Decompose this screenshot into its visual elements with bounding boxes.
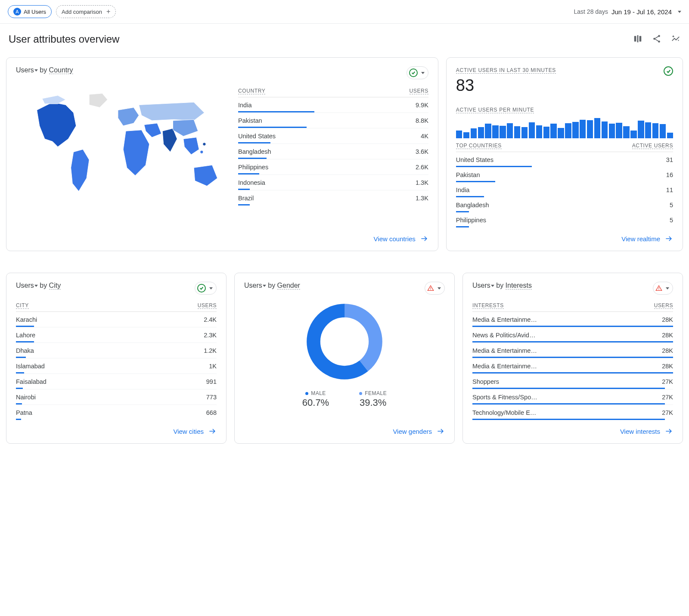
arrow-right-icon: [420, 234, 428, 243]
view-cities-link[interactable]: View cities: [16, 420, 217, 436]
world-map[interactable]: [16, 88, 225, 205]
rt-header: ACTIVE USERS IN LAST 30 MINUTES 83: [456, 66, 556, 95]
row-value: 8.8K: [416, 117, 428, 124]
row-1: Users by Country: [6, 57, 683, 251]
view-realtime-link[interactable]: View realtime: [456, 227, 673, 243]
table-row[interactable]: India11: [456, 182, 673, 197]
card-title[interactable]: Users by Country: [16, 66, 73, 74]
gender-donut-chart: [304, 301, 385, 383]
rt-label-30min: ACTIVE USERS IN LAST 30 MINUTES: [456, 67, 556, 74]
quality-status-pill[interactable]: [407, 66, 428, 79]
customize-icon[interactable]: [633, 34, 642, 45]
rt-label-per-minute: ACTIVE USERS PER MINUTE: [456, 107, 534, 113]
table-row[interactable]: Brazil1.3K: [238, 190, 428, 205]
table-row[interactable]: United States31: [456, 152, 673, 167]
minute-bar: [652, 123, 658, 138]
segment-badge: A: [13, 8, 21, 16]
quality-status-pill[interactable]: [195, 282, 217, 295]
row-bar: [472, 357, 673, 358]
row-bar: [238, 204, 250, 205]
warning-icon: [655, 285, 662, 292]
table-row[interactable]: Shoppers27K: [472, 374, 673, 389]
table-row[interactable]: Lahore2.3K: [16, 327, 217, 343]
table-row[interactable]: Philippines5: [456, 212, 673, 227]
row-bar: [472, 326, 673, 327]
table-row[interactable]: Indonesia1.3K: [238, 175, 428, 190]
minute-bar: [529, 122, 535, 138]
table-row[interactable]: Media & Entertainme…28K: [472, 343, 673, 358]
quality-warning-pill[interactable]: [653, 282, 673, 295]
minute-bar: [463, 132, 469, 138]
table-row[interactable]: Philippines2.6K: [238, 159, 428, 175]
table-row[interactable]: Bangladesh3.6K: [238, 144, 428, 159]
chevron-down-icon: [666, 287, 669, 289]
caret-down-icon: [491, 285, 494, 287]
row-value: 3.6K: [416, 148, 428, 155]
row-value: 5: [670, 202, 673, 208]
table-row[interactable]: Sports & Fitness/Spo…27K: [472, 389, 673, 405]
row-bar: [472, 388, 665, 389]
table-row[interactable]: Dhaka1.2K: [16, 343, 217, 358]
rt-active-users-value: 83: [456, 76, 556, 95]
table-row[interactable]: United States4K: [238, 128, 428, 144]
header-actions: [633, 34, 680, 45]
svg-point-7: [200, 150, 203, 153]
row-value: 28K: [662, 316, 673, 323]
view-genders-link[interactable]: View genders: [244, 420, 445, 436]
card-title[interactable]: Users by Gender: [244, 282, 300, 289]
minute-bar: [645, 122, 651, 138]
row-value: 2.3K: [204, 332, 217, 339]
chevron-down-icon: [438, 287, 441, 289]
row-bar: [238, 173, 259, 174]
table-header: INTERESTS USERS: [472, 302, 673, 312]
table-row[interactable]: Media & Entertainme…28K: [472, 312, 673, 327]
row-value: 1.3K: [416, 179, 428, 186]
row-name: Sports & Fitness/Spo…: [472, 394, 537, 401]
minute-bar: [565, 123, 571, 138]
share-icon[interactable]: [652, 34, 661, 45]
check-circle-icon[interactable]: [664, 66, 673, 76]
row-name: Bangladesh: [238, 148, 271, 155]
table-row[interactable]: Technology/Mobile E…27K: [472, 405, 673, 420]
link-label: View realtime: [621, 235, 660, 243]
segment-all-users[interactable]: A All Users: [8, 5, 52, 18]
view-interests-link[interactable]: View interests: [472, 420, 673, 436]
dimension-name: Country: [49, 66, 73, 74]
row-name: Media & Entertainme…: [472, 347, 537, 354]
row-bar: [238, 111, 314, 112]
table-row[interactable]: Pakistan8.8K: [238, 113, 428, 128]
date-range-label: Last 28 days: [574, 8, 608, 15]
table-row[interactable]: Nairobi773: [16, 389, 217, 405]
minute-bar: [660, 124, 666, 138]
card-title[interactable]: Users by City: [16, 282, 61, 289]
row-value: 28K: [662, 363, 673, 370]
insights-icon[interactable]: [671, 34, 680, 45]
table-row[interactable]: Bangladesh5: [456, 197, 673, 212]
minute-bar: [616, 123, 622, 138]
table-row[interactable]: Faisalabad991: [16, 374, 217, 389]
row-bar: [16, 372, 24, 373]
table-row[interactable]: India9.9K: [238, 97, 428, 113]
date-range-picker[interactable]: Last 28 days Jun 19 - Jul 16, 2024: [574, 8, 682, 16]
metric-name: Users: [244, 282, 262, 289]
table-row[interactable]: Karachi2.4K: [16, 312, 217, 327]
add-comparison-button[interactable]: Add comparison +: [56, 5, 116, 18]
view-countries-link[interactable]: View countries: [16, 227, 428, 243]
arrow-right-icon: [664, 427, 673, 436]
table-row[interactable]: Pakistan16: [456, 167, 673, 182]
link-label: View cities: [173, 428, 204, 435]
row-name: Indonesia: [238, 179, 265, 186]
card-title[interactable]: Users by Interests: [472, 282, 532, 289]
minute-bar: [580, 120, 586, 138]
table-row[interactable]: Islamabad1K: [16, 358, 217, 374]
quality-warning-pill[interactable]: [425, 282, 445, 295]
row-value: 5: [670, 217, 673, 224]
minute-bar: [638, 121, 644, 138]
chevron-down-icon: [678, 11, 681, 13]
table-row[interactable]: Patna668: [16, 405, 217, 420]
table-row[interactable]: News & Politics/Avid…28K: [472, 327, 673, 343]
caret-down-icon: [34, 285, 38, 287]
row-bar: [16, 403, 22, 404]
dot-icon: [359, 392, 362, 395]
table-row[interactable]: Media & Entertainme…28K: [472, 358, 673, 374]
